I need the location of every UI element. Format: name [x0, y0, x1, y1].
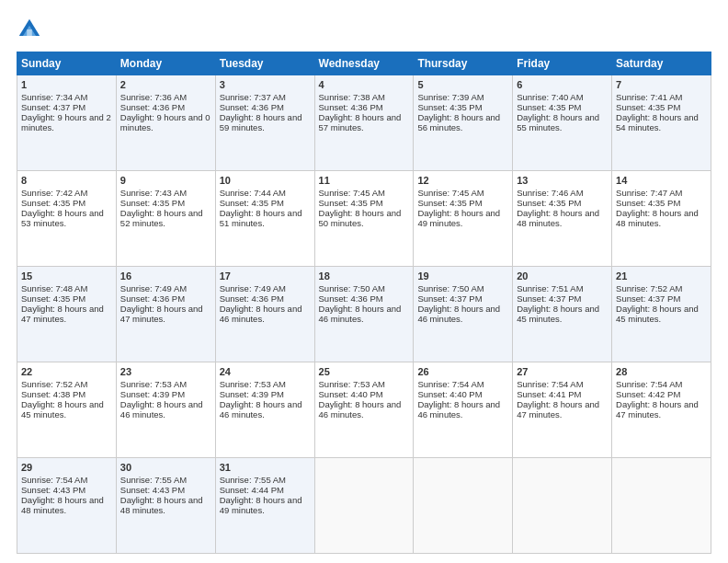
calendar-day-29: 29 Sunrise: 7:54 AM Sunset: 4:43 PM Dayl… — [17, 458, 117, 554]
daylight-hours: Daylight: 8 hours and 59 minutes. — [220, 112, 302, 132]
sunset-time: Sunset: 4:35 PM — [120, 198, 185, 208]
day-number: 4 — [319, 79, 410, 90]
sunset-time: Sunset: 4:35 PM — [21, 293, 85, 304]
daylight-hours: Daylight: 8 hours and 45 minutes. — [21, 399, 104, 419]
daylight-hours: Daylight: 8 hours and 46 minutes. — [417, 399, 500, 419]
day-number: 12 — [417, 175, 508, 186]
sunset-time: Sunset: 4:41 PM — [517, 389, 581, 399]
day-number: 16 — [120, 270, 211, 282]
day-number: 3 — [220, 79, 311, 90]
page: SundayMondayTuesdayWednesdayThursdayFrid… — [0, 0, 728, 563]
day-header-monday: Monday — [116, 52, 215, 75]
sunrise-time: Sunrise: 7:34 AM — [21, 92, 87, 102]
daylight-hours: Daylight: 8 hours and 57 minutes. — [319, 112, 402, 132]
calendar-day-20: 20 Sunrise: 7:51 AM Sunset: 4:37 PM Dayl… — [513, 267, 612, 362]
day-header-sunday: Sunday — [17, 52, 117, 75]
calendar-table: SundayMondayTuesdayWednesdayThursdayFrid… — [17, 52, 711, 554]
calendar-week-2: 8 Sunrise: 7:42 AM Sunset: 4:35 PM Dayli… — [17, 171, 711, 267]
day-number: 25 — [319, 366, 410, 377]
day-number: 11 — [319, 175, 410, 186]
sunrise-time: Sunrise: 7:54 AM — [417, 379, 483, 389]
daylight-hours: Daylight: 8 hours and 46 minutes. — [319, 304, 402, 324]
daylight-hours: Daylight: 8 hours and 47 minutes. — [21, 304, 104, 324]
daylight-hours: Daylight: 8 hours and 54 minutes. — [616, 112, 699, 132]
day-number: 15 — [21, 270, 112, 282]
calendar-day-7: 7 Sunrise: 7:41 AM Sunset: 4:35 PM Dayli… — [612, 75, 711, 171]
sunset-time: Sunset: 4:35 PM — [417, 102, 482, 112]
day-header-wednesday: Wednesday — [314, 52, 414, 75]
daylight-hours: Daylight: 9 hours and 2 minutes. — [21, 112, 111, 132]
daylight-hours: Daylight: 8 hours and 49 minutes. — [417, 208, 500, 228]
logo-icon — [17, 17, 42, 42]
daylight-hours: Daylight: 8 hours and 46 minutes. — [120, 399, 203, 419]
day-number: 26 — [417, 366, 508, 377]
calendar-week-4: 22 Sunrise: 7:52 AM Sunset: 4:38 PM Dayl… — [17, 362, 711, 458]
day-number: 30 — [120, 462, 211, 473]
calendar-header-row: SundayMondayTuesdayWednesdayThursdayFrid… — [17, 52, 711, 75]
daylight-hours: Daylight: 9 hours and 0 minutes. — [120, 112, 210, 132]
daylight-hours: Daylight: 8 hours and 47 minutes. — [517, 399, 599, 419]
day-number: 31 — [220, 462, 311, 473]
sunrise-time: Sunrise: 7:49 AM — [220, 283, 286, 293]
calendar-day-11: 11 Sunrise: 7:45 AM Sunset: 4:35 PM Dayl… — [314, 171, 414, 267]
daylight-hours: Daylight: 8 hours and 47 minutes. — [120, 304, 203, 324]
calendar-week-3: 15 Sunrise: 7:48 AM Sunset: 4:35 PM Dayl… — [17, 267, 711, 362]
calendar-day-27: 27 Sunrise: 7:54 AM Sunset: 4:41 PM Dayl… — [513, 362, 612, 458]
calendar-day-13: 13 Sunrise: 7:46 AM Sunset: 4:35 PM Dayl… — [513, 171, 612, 267]
daylight-hours: Daylight: 8 hours and 46 minutes. — [220, 304, 302, 324]
logo — [17, 17, 46, 42]
daylight-hours: Daylight: 8 hours and 53 minutes. — [21, 208, 104, 228]
day-number: 29 — [21, 462, 112, 473]
sunset-time: Sunset: 4:37 PM — [517, 293, 581, 304]
day-number: 17 — [220, 270, 311, 282]
sunrise-time: Sunrise: 7:43 AM — [120, 188, 187, 198]
daylight-hours: Daylight: 8 hours and 48 minutes. — [21, 495, 104, 515]
calendar-day-16: 16 Sunrise: 7:49 AM Sunset: 4:36 PM Dayl… — [116, 267, 215, 362]
sunset-time: Sunset: 4:43 PM — [21, 485, 85, 495]
calendar-day-19: 19 Sunrise: 7:50 AM Sunset: 4:37 PM Dayl… — [414, 267, 513, 362]
sunrise-time: Sunrise: 7:37 AM — [220, 92, 286, 102]
daylight-hours: Daylight: 8 hours and 47 minutes. — [616, 399, 699, 419]
calendar-day-4: 4 Sunrise: 7:38 AM Sunset: 4:36 PM Dayli… — [314, 75, 414, 171]
sunset-time: Sunset: 4:38 PM — [21, 389, 85, 399]
calendar-day-14: 14 Sunrise: 7:47 AM Sunset: 4:35 PM Dayl… — [612, 171, 711, 267]
calendar-day-18: 18 Sunrise: 7:50 AM Sunset: 4:36 PM Dayl… — [314, 267, 414, 362]
day-number: 9 — [120, 175, 211, 186]
day-number: 18 — [319, 270, 410, 282]
day-number: 23 — [120, 366, 211, 377]
sunrise-time: Sunrise: 7:39 AM — [417, 92, 483, 102]
day-header-saturday: Saturday — [612, 52, 711, 75]
calendar-day-17: 17 Sunrise: 7:49 AM Sunset: 4:36 PM Dayl… — [215, 267, 314, 362]
day-number: 8 — [21, 175, 112, 186]
sunrise-time: Sunrise: 7:38 AM — [319, 92, 385, 102]
sunset-time: Sunset: 4:42 PM — [616, 389, 680, 399]
sunset-time: Sunset: 4:39 PM — [220, 389, 284, 399]
daylight-hours: Daylight: 8 hours and 46 minutes. — [220, 399, 302, 419]
day-number: 20 — [517, 270, 608, 282]
sunset-time: Sunset: 4:36 PM — [319, 102, 383, 112]
sunrise-time: Sunrise: 7:54 AM — [616, 379, 682, 389]
sunset-time: Sunset: 4:39 PM — [120, 389, 185, 399]
empty-cell — [612, 458, 711, 554]
day-number: 5 — [417, 79, 508, 90]
daylight-hours: Daylight: 8 hours and 46 minutes. — [319, 399, 402, 419]
sunrise-time: Sunrise: 7:54 AM — [21, 475, 87, 485]
calendar-day-28: 28 Sunrise: 7:54 AM Sunset: 4:42 PM Dayl… — [612, 362, 711, 458]
daylight-hours: Daylight: 8 hours and 49 minutes. — [220, 495, 302, 515]
day-number: 13 — [517, 175, 608, 186]
daylight-hours: Daylight: 8 hours and 55 minutes. — [517, 112, 599, 132]
sunrise-time: Sunrise: 7:45 AM — [319, 188, 385, 198]
sunset-time: Sunset: 4:37 PM — [417, 293, 482, 304]
daylight-hours: Daylight: 8 hours and 48 minutes. — [616, 208, 699, 228]
sunrise-time: Sunrise: 7:49 AM — [120, 283, 187, 293]
day-header-tuesday: Tuesday — [215, 52, 314, 75]
empty-cell — [414, 458, 513, 554]
calendar-day-15: 15 Sunrise: 7:48 AM Sunset: 4:35 PM Dayl… — [17, 267, 117, 362]
sunset-time: Sunset: 4:35 PM — [220, 198, 284, 208]
calendar-day-12: 12 Sunrise: 7:45 AM Sunset: 4:35 PM Dayl… — [414, 171, 513, 267]
sunset-time: Sunset: 4:36 PM — [120, 102, 185, 112]
sunrise-time: Sunrise: 7:40 AM — [517, 92, 583, 102]
sunset-time: Sunset: 4:40 PM — [319, 389, 383, 399]
calendar-day-30: 30 Sunrise: 7:55 AM Sunset: 4:43 PM Dayl… — [116, 458, 215, 554]
daylight-hours: Daylight: 8 hours and 46 minutes. — [417, 304, 500, 324]
